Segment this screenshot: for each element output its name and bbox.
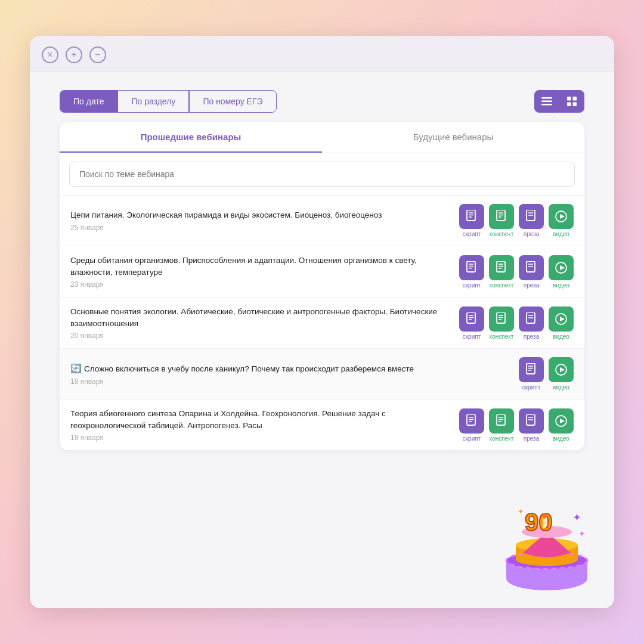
script-label: скрипт bbox=[463, 435, 481, 442]
script-label: скрипт bbox=[463, 333, 481, 340]
webinar-date: 18 января bbox=[70, 434, 453, 442]
svg-point-78 bbox=[542, 513, 547, 519]
konspekt-icon bbox=[489, 408, 514, 434]
svg-rect-0 bbox=[541, 97, 552, 99]
konspekt-label: конспект bbox=[490, 435, 514, 442]
webinar-info: Цепи питания. Экологическая пирамида и в… bbox=[70, 209, 453, 232]
list-icon bbox=[541, 97, 552, 106]
webinar-info: 🔄Сложно включиться в учебу после каникул… bbox=[70, 362, 513, 386]
script-button[interactable]: скрипт bbox=[459, 306, 484, 340]
konspekt-icon bbox=[489, 204, 514, 229]
webinar-title: Цепи питания. Экологическая пирамида и в… bbox=[70, 209, 453, 221]
filter-tab-ege[interactable]: По номеру ЕГЭ bbox=[189, 90, 276, 113]
filter-tab-section[interactable]: По разделу bbox=[117, 90, 189, 113]
video-button[interactable]: видео bbox=[549, 306, 574, 340]
svg-rect-6 bbox=[573, 103, 577, 107]
script-icon bbox=[519, 357, 544, 382]
konspekt-button[interactable]: конспект bbox=[489, 306, 514, 340]
webinar-date: 18 января bbox=[70, 377, 513, 386]
grid-view-button[interactable] bbox=[559, 90, 584, 113]
preza-button[interactable]: преза bbox=[519, 255, 544, 289]
search-bar bbox=[60, 153, 584, 196]
konspekt-button[interactable]: конспект bbox=[489, 255, 514, 289]
webinar-title: 🔄Сложно включиться в учебу после каникул… bbox=[70, 362, 513, 375]
webinar-actions: скрипт конспект преза bbox=[459, 204, 574, 237]
webinar-item: Основные понятия экологии. Абиотические,… bbox=[60, 298, 584, 349]
svg-text:✦: ✦ bbox=[578, 529, 586, 538]
script-button[interactable]: скрипт bbox=[459, 408, 484, 442]
filter-tabs: По дате По разделу По номеру ЕГЭ bbox=[60, 90, 277, 113]
konspekt-label: конспект bbox=[490, 231, 514, 237]
svg-rect-3 bbox=[567, 97, 571, 101]
video-button[interactable]: видео bbox=[549, 357, 574, 391]
preza-icon bbox=[519, 306, 544, 332]
script-label: скрипт bbox=[522, 384, 541, 391]
minimize-button[interactable]: − bbox=[89, 47, 106, 63]
svg-marker-19 bbox=[560, 214, 565, 219]
svg-marker-64 bbox=[560, 419, 565, 423]
webinar-item: Среды обитания организмов. Приспособлени… bbox=[60, 246, 584, 298]
script-button[interactable]: скрипт bbox=[459, 204, 484, 237]
svg-text:90: 90 bbox=[525, 508, 553, 536]
konspekt-icon bbox=[489, 255, 514, 280]
video-label: видео bbox=[553, 231, 569, 237]
webinar-actions: скрипт конспект преза bbox=[459, 408, 574, 442]
svg-rect-77 bbox=[543, 518, 546, 528]
video-icon bbox=[549, 357, 574, 382]
script-icon bbox=[459, 204, 484, 229]
webinar-list: Цепи питания. Экологическая пирамида и в… bbox=[60, 196, 584, 450]
preza-label: преза bbox=[524, 231, 539, 237]
webinar-actions: скрипт конспект преза bbox=[459, 306, 574, 340]
webinar-date: 23 января bbox=[70, 280, 453, 289]
svg-rect-2 bbox=[541, 104, 552, 106]
script-label: скрипт bbox=[463, 231, 481, 237]
video-button[interactable]: видео bbox=[549, 255, 574, 289]
search-input[interactable] bbox=[69, 162, 575, 187]
webinar-date: 20 января bbox=[70, 332, 453, 340]
svg-marker-51 bbox=[560, 367, 565, 372]
preza-button[interactable]: преза bbox=[519, 204, 544, 237]
webinar-date: 25 января bbox=[70, 224, 453, 232]
grid-icon bbox=[567, 97, 577, 106]
konspekt-button[interactable]: конспект bbox=[489, 204, 514, 237]
svg-rect-1 bbox=[541, 101, 552, 103]
preza-label: преза bbox=[524, 435, 539, 442]
preza-button[interactable]: преза bbox=[519, 306, 544, 340]
webinar-info: Основные понятия экологии. Абиотические,… bbox=[70, 306, 453, 340]
video-button[interactable]: видео bbox=[549, 204, 574, 237]
webinar-title: Теория абиогенного синтеза Опарина и Хол… bbox=[70, 408, 453, 431]
video-icon bbox=[549, 204, 574, 229]
konspekt-label: конспект bbox=[490, 282, 514, 289]
konspekt-button[interactable]: конспект bbox=[489, 408, 514, 442]
svg-rect-5 bbox=[567, 103, 571, 107]
script-label: скрипт bbox=[463, 282, 481, 289]
video-icon bbox=[549, 306, 574, 332]
preza-icon bbox=[519, 408, 544, 434]
preza-icon bbox=[519, 255, 544, 280]
video-label: видео bbox=[553, 435, 569, 442]
script-icon bbox=[459, 408, 484, 434]
webinar-title: Основные понятия экологии. Абиотические,… bbox=[70, 306, 453, 329]
preza-label: преза bbox=[524, 333, 539, 340]
script-button[interactable]: скрипт bbox=[519, 357, 544, 391]
preza-button[interactable]: преза bbox=[519, 408, 544, 442]
special-indicator-icon: 🔄 bbox=[70, 363, 82, 373]
script-icon bbox=[459, 255, 484, 280]
script-button[interactable]: скрипт bbox=[459, 255, 484, 289]
filter-bar: По дате По разделу По номеру ЕГЭ bbox=[60, 90, 584, 113]
svg-text:✦: ✦ bbox=[518, 507, 524, 516]
filter-tab-date[interactable]: По дате bbox=[60, 90, 117, 113]
video-icon bbox=[549, 408, 574, 434]
preza-label: преза bbox=[524, 282, 539, 289]
konspekt-label: конспект bbox=[490, 333, 514, 340]
list-view-button[interactable] bbox=[534, 90, 559, 113]
tab-future[interactable]: Будущие вебинары bbox=[322, 122, 584, 153]
video-label: видео bbox=[553, 282, 569, 289]
webinar-item: Теория абиогенного синтеза Опарина и Хол… bbox=[60, 400, 584, 450]
add-button[interactable]: + bbox=[66, 47, 82, 63]
video-icon bbox=[549, 255, 574, 280]
close-button[interactable]: × bbox=[42, 47, 58, 63]
video-button[interactable]: видео bbox=[549, 408, 574, 442]
webinar-title: Среды обитания организмов. Приспособлени… bbox=[70, 255, 453, 278]
tab-past[interactable]: Прошедшие вебинары bbox=[60, 122, 322, 153]
